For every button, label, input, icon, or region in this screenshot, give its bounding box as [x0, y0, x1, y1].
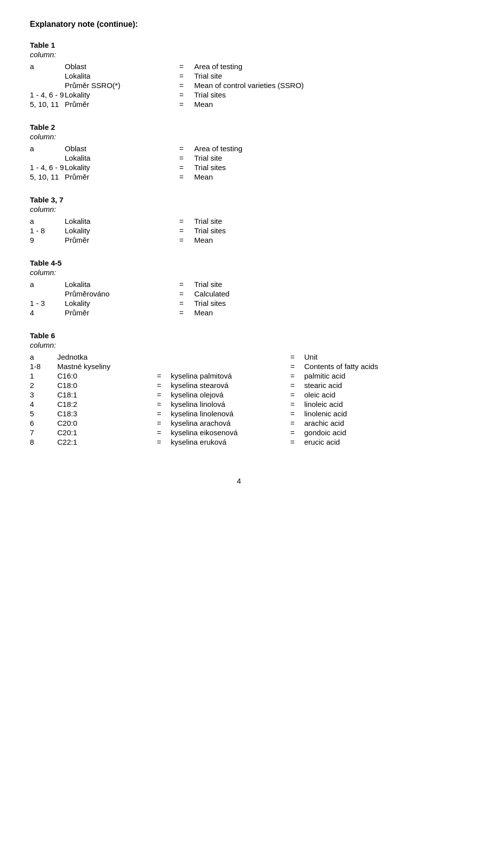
table-row: aLokalita=Trial site — [30, 216, 358, 226]
cell-eq: = — [179, 71, 194, 81]
table2-rows: aOblast=Area of testingLokalita=Trial si… — [30, 144, 358, 182]
cell-eq: = — [179, 280, 194, 289]
cell-eq: = — [179, 81, 194, 90]
cell-czech-value — [171, 352, 290, 362]
table-row: Průměrováno=Calculated — [30, 289, 358, 298]
cell-eq2: = — [290, 390, 304, 399]
cell-eq1: = — [157, 371, 171, 381]
cell-czech: Lokality — [65, 163, 179, 172]
cell-english: Calculated — [194, 289, 358, 298]
cell-index: 1 - 4, 6 - 9 — [30, 163, 65, 172]
cell-czech-term: C20:0 — [57, 418, 157, 428]
cell-index: 4 — [30, 308, 65, 317]
cell-english: Mean — [194, 172, 358, 182]
cell-english: Contents of fatty acids — [304, 362, 434, 371]
cell-english: arachic acid — [304, 418, 434, 428]
cell-english: linolenic acid — [304, 409, 434, 418]
cell-czech-term: C16:0 — [57, 371, 157, 381]
cell-english: Mean — [194, 308, 358, 317]
page-number: 4 — [30, 477, 448, 485]
table-row: 7C20:1=kyselina eikosenová=gondoic acid — [30, 428, 434, 437]
cell-czech-term: C18:2 — [57, 399, 157, 409]
cell-index: a — [30, 216, 65, 226]
cell-eq: = — [179, 289, 194, 298]
cell-eq2: = — [290, 362, 304, 371]
cell-eq: = — [179, 308, 194, 317]
cell-index: a — [30, 62, 65, 71]
cell-eq1: = — [157, 428, 171, 437]
table-row: 1 - 4, 6 - 9Lokality=Trial sites — [30, 163, 358, 172]
cell-eq2: = — [290, 418, 304, 428]
cell-czech: Lokality — [65, 90, 179, 99]
cell-english: Trial sites — [194, 90, 358, 99]
table4-title: Table 4-5 — [30, 259, 448, 267]
cell-eq: = — [179, 172, 194, 182]
cell-eq: = — [179, 90, 194, 99]
cell-english: Trial site — [194, 216, 358, 226]
table-row: aOblast=Area of testing — [30, 144, 358, 153]
cell-english: Trial site — [194, 280, 358, 289]
cell-eq: = — [179, 62, 194, 71]
table-row: 1C16:0=kyselina palmitová=palmitic acid — [30, 371, 434, 381]
cell-english: palmitic acid — [304, 371, 434, 381]
cell-eq: = — [179, 99, 194, 109]
table-row: 1 - 3Lokality=Trial sites — [30, 298, 358, 308]
table6-section: Table 6 column: aJednotka=Unit1-8Mastné … — [30, 331, 448, 447]
table-row: Lokalita=Trial site — [30, 153, 358, 163]
table-row: 8C22:1=kyselina eruková=erucic acid — [30, 437, 434, 447]
cell-czech: Lokalita — [65, 280, 179, 289]
cell-eq: = — [179, 298, 194, 308]
cell-index: 2 — [30, 381, 57, 390]
cell-index: 3 — [30, 390, 57, 399]
cell-index: 1 - 8 — [30, 226, 65, 235]
table-row: aOblast=Area of testing — [30, 62, 358, 71]
table1-rows: aOblast=Area of testingLokalita=Trial si… — [30, 62, 358, 109]
cell-english: Trial site — [194, 71, 358, 81]
table2-section: Table 2 column: aOblast=Area of testingL… — [30, 123, 448, 182]
cell-czech: Oblast — [65, 144, 179, 153]
table-row: aLokalita=Trial site — [30, 280, 358, 289]
cell-czech: Lokalita — [65, 153, 179, 163]
cell-english: Mean — [194, 235, 358, 245]
cell-eq2: = — [290, 437, 304, 447]
table4-subtitle: column: — [30, 268, 448, 277]
table-row: Průměr SSRO(*)=Mean of control varieties… — [30, 81, 358, 90]
cell-english: Trial site — [194, 153, 358, 163]
table-row: aJednotka=Unit — [30, 352, 434, 362]
cell-czech: Oblast — [65, 62, 179, 71]
table-row: 6C20:0=kyselina arachová=arachic acid — [30, 418, 434, 428]
cell-czech: Průměr — [65, 99, 179, 109]
cell-index: 7 — [30, 428, 57, 437]
cell-czech: Lokality — [65, 298, 179, 308]
table3-subtitle: column: — [30, 205, 448, 213]
table2-title: Table 2 — [30, 123, 448, 131]
table-row: 4C18:2=kyselina linolová=linoleic acid — [30, 399, 434, 409]
cell-index: 5 — [30, 409, 57, 418]
cell-czech-value: kyselina eikosenová — [171, 428, 290, 437]
cell-index: 1-8 — [30, 362, 57, 371]
table6-title: Table 6 — [30, 331, 448, 340]
cell-index: 5, 10, 11 — [30, 99, 65, 109]
cell-czech-term: C18:3 — [57, 409, 157, 418]
cell-index: 1 - 3 — [30, 298, 65, 308]
cell-czech-value: kyselina arachová — [171, 418, 290, 428]
cell-czech-value: kyselina palmitová — [171, 371, 290, 381]
cell-czech-value: kyselina olejová — [171, 390, 290, 399]
cell-czech: Průměr — [65, 235, 179, 245]
cell-index: 1 — [30, 371, 57, 381]
cell-czech-value — [171, 362, 290, 371]
cell-eq1: = — [157, 381, 171, 390]
table3-section: Table 3, 7 column: aLokalita=Trial site1… — [30, 195, 448, 245]
cell-index: a — [30, 352, 57, 362]
table4-rows: aLokalita=Trial sitePrůměrováno=Calculat… — [30, 280, 358, 317]
cell-eq: = — [179, 144, 194, 153]
table-row: 2C18:0=kyselina stearová=stearic acid — [30, 381, 434, 390]
cell-eq2: = — [290, 428, 304, 437]
cell-eq: = — [179, 163, 194, 172]
cell-english: erucic acid — [304, 437, 434, 447]
cell-english: gondoic acid — [304, 428, 434, 437]
cell-eq2: = — [290, 352, 304, 362]
cell-english: Trial sites — [194, 298, 358, 308]
cell-czech-value: kyselina linolová — [171, 399, 290, 409]
cell-czech-value: kyselina eruková — [171, 437, 290, 447]
